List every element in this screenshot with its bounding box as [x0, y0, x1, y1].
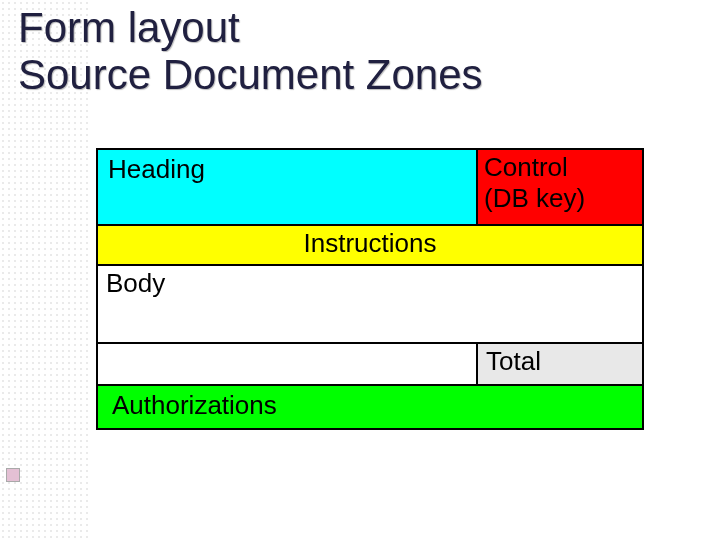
- zone-body-label: Body: [106, 268, 165, 298]
- zone-instructions: Instructions: [98, 224, 642, 264]
- slide-title: Form layout Source Document Zones: [0, 0, 720, 98]
- zone-authorizations: Authorizations: [98, 384, 642, 428]
- zone-total-label: Total: [486, 346, 541, 376]
- title-line-1: Form layout: [18, 4, 720, 51]
- zone-authorizations-label: Authorizations: [112, 390, 277, 420]
- zone-control: Control (DB key): [476, 150, 642, 224]
- zone-row-top: Heading Control (DB key): [98, 150, 642, 224]
- zone-control-label-2: (DB key): [484, 183, 642, 214]
- zones-diagram: Heading Control (DB key) Instructions Bo…: [96, 148, 644, 430]
- zone-body: Body: [98, 264, 642, 342]
- zone-row-total: Total: [98, 342, 642, 384]
- zone-total: Total: [476, 344, 642, 384]
- title-line-2: Source Document Zones: [18, 51, 720, 98]
- zone-control-label-1: Control: [484, 152, 642, 183]
- zone-heading: Heading: [98, 150, 476, 224]
- zone-total-spacer: [98, 344, 476, 384]
- slide: Form layout Source Document Zones Headin…: [0, 0, 720, 98]
- slide-accent-square: [6, 468, 20, 482]
- zone-heading-label: Heading: [108, 154, 205, 184]
- zone-instructions-label: Instructions: [304, 228, 437, 258]
